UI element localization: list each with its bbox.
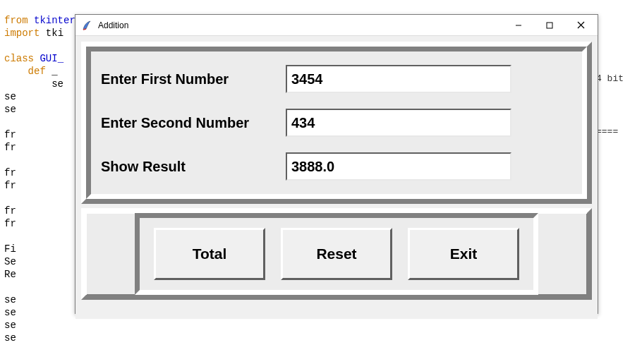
close-button[interactable] bbox=[565, 16, 596, 35]
reset-button[interactable]: Reset bbox=[281, 228, 392, 280]
input-frame: Enter First Number Enter Second Number S… bbox=[81, 42, 592, 204]
exit-button[interactable]: Exit bbox=[408, 228, 519, 280]
row-second-number: Enter Second Number bbox=[101, 104, 572, 142]
label-result: Show Result bbox=[101, 159, 286, 175]
input-second-number[interactable] bbox=[286, 109, 511, 137]
console-fragment: 4 bit ==== bbox=[596, 0, 630, 137]
maximize-button[interactable] bbox=[534, 16, 565, 35]
titlebar[interactable]: Addition bbox=[75, 15, 598, 36]
client-area: Enter First Number Enter Second Number S… bbox=[75, 42, 598, 319]
tk-feather-icon bbox=[81, 20, 92, 31]
input-first-number[interactable] bbox=[286, 65, 511, 93]
button-frame: Total Reset Exit bbox=[81, 208, 592, 300]
total-button[interactable]: Total bbox=[154, 228, 265, 280]
minimize-button[interactable] bbox=[503, 16, 534, 35]
window-title: Addition bbox=[98, 20, 503, 30]
row-first-number: Enter First Number bbox=[101, 60, 572, 98]
row-result: Show Result bbox=[101, 147, 572, 186]
input-result[interactable] bbox=[286, 152, 511, 181]
tk-window: Addition Enter First Number Enter Second… bbox=[75, 14, 598, 314]
svg-rect-1 bbox=[547, 23, 552, 28]
label-first-number: Enter First Number bbox=[101, 71, 286, 87]
label-second-number: Enter Second Number bbox=[101, 115, 286, 131]
